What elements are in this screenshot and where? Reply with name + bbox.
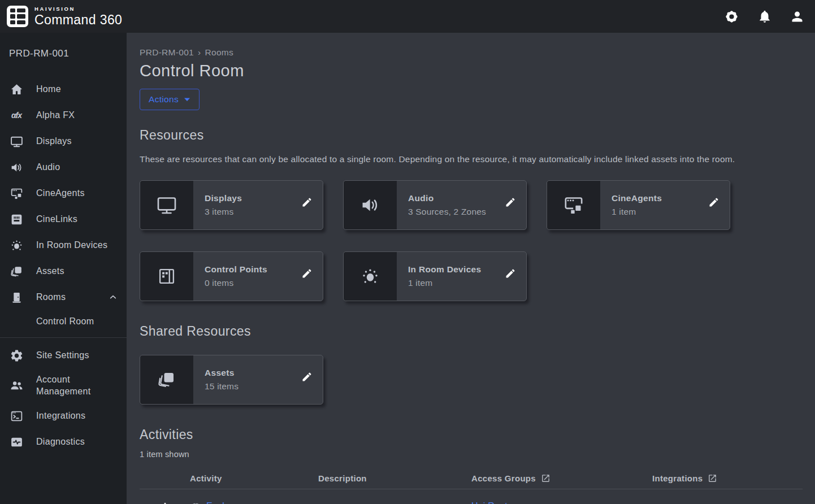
external-link-icon[interactable] [541,473,550,483]
resources-cards-grid: Displays 3 items Audio 3 Sources, 2 Zone… [140,180,803,301]
in-room-devices-icon [9,238,24,253]
sidebar-item-label: Site Settings [36,350,89,362]
sidebar-item-label: Audio [36,162,60,173]
card-subtitle: 1 item [408,278,501,288]
sidebar-item-assets[interactable]: Assets [0,258,127,284]
resource-card-displays[interactable]: Displays 3 items [140,180,323,230]
sidebar-item-label: Account Management [36,374,118,398]
sidebar-item-audio[interactable]: Audio [0,154,127,180]
sidebar-item-label: In Room Devices [36,240,107,251]
header-integrations: Integrations [652,473,803,483]
sidebar-item-displays[interactable]: Displays [0,128,127,154]
sidebar-item-in-room-devices[interactable]: In Room Devices [0,232,127,258]
gear-icon [9,349,24,363]
sidebar-item-control-room[interactable]: Control Room [0,310,127,333]
display-icon [9,134,24,149]
notifications-bell-icon[interactable] [757,9,772,24]
row-activity-cell: Explore [190,500,318,504]
sidebar-item-site-settings[interactable]: Site Settings [0,342,127,368]
caret-down-icon [184,97,190,102]
card-subtitle: 15 items [205,381,298,392]
pencil-icon [505,197,516,208]
page-title: Control Room [140,62,803,80]
sidebar-item-rooms[interactable]: Rooms [0,284,127,310]
sidebar-item-label: Alpha FX [36,110,75,121]
sidebar-item-cineagents[interactable]: CineAgents [0,180,127,206]
shared-card-assets[interactable]: Assets 15 items [140,355,323,405]
sidebar-site-name: PRD-RM-001 [0,33,127,68]
edit-displays-button[interactable] [299,194,315,210]
sidebar-item-label: CineAgents [36,188,85,199]
display-icon [140,181,193,229]
edit-cineagents-button[interactable] [706,194,722,210]
breadcrumb-current[interactable]: Rooms [205,47,233,58]
edit-assets-button[interactable] [299,369,315,385]
kebab-menu-icon[interactable] [158,498,172,504]
sidebar-item-label: Rooms [36,292,66,303]
main-content: PRD-RM-001 › Rooms Control Room Actions … [127,33,815,504]
header-access-groups: Access Groups [471,473,652,483]
sidebar-item-label: Diagnostics [36,436,85,448]
app-root: HAIVISION Command 360 PRD-RM-001 [0,0,815,504]
pencil-icon [708,197,719,208]
header-description: Description [318,473,471,483]
sidebar-item-home[interactable]: Home [0,76,127,102]
card-title: Assets [205,368,298,378]
audio-icon [9,160,24,175]
pencil-icon [301,197,313,208]
account-person-icon[interactable] [790,9,805,24]
sidebar-item-integrations[interactable]: Integrations [0,403,127,429]
brand-logo[interactable]: HAIVISION Command 360 [7,6,122,27]
external-link-icon[interactable] [708,473,717,483]
breadcrumb-parent[interactable]: PRD-RM-001 [140,47,194,58]
sidebar-item-cinelinks[interactable]: CineLinks [0,206,127,232]
pencil-icon [301,371,313,383]
card-subtitle: 3 Sources, 2 Zones [408,207,501,217]
sidebar-item-diagnostics[interactable]: Diagnostics [0,429,127,455]
chevron-up-icon [109,293,118,302]
access-group-link[interactable]: Hai Root [471,501,508,504]
activities-count: 1 item shown [140,450,803,459]
actions-button[interactable]: Actions [140,89,200,110]
sidebar-item-label: CineLinks [36,214,77,225]
people-icon [9,379,24,393]
card-title: Control Points [205,264,298,275]
sidebar-item-label: Displays [36,136,72,147]
audio-icon [344,181,397,229]
breadcrumb-separator: › [198,47,201,58]
resource-card-audio[interactable]: Audio 3 Sources, 2 Zones [343,180,527,230]
table-row: Explore - Hai Root - [140,489,803,504]
resource-card-control-points[interactable]: Control Points 0 items [140,251,323,301]
sidebar-nav-list: Home αfx Alpha FX Displays Audio [0,68,127,455]
sidebar: PRD-RM-001 Home αfx Alpha FX Displa [0,33,127,504]
sidebar-item-label: Home [36,84,61,95]
sidebar-divider [0,337,127,338]
edit-audio-button[interactable] [502,194,518,210]
pulse-icon [9,435,24,449]
card-title: Audio [408,193,501,203]
sidebar-item-alpha-fx[interactable]: αfx Alpha FX [0,102,127,128]
resource-card-cineagents[interactable]: CineAgents 1 item [547,180,730,230]
settings-gear-icon[interactable] [723,8,740,25]
topbar: HAIVISION Command 360 [0,0,815,33]
shared-resources-heading: Shared Resources [140,324,803,339]
activity-explore-link[interactable]: Explore [206,501,238,504]
sidebar-item-account-management[interactable]: Account Management [0,368,127,403]
sidebar-item-label: Integrations [36,410,85,422]
resource-card-in-room-devices[interactable]: In Room Devices 1 item [343,251,527,301]
card-title: CineAgents [612,193,705,203]
card-title: Displays [205,193,298,203]
row-integrations-cell: - [652,501,803,504]
app-shell: PRD-RM-001 Home αfx Alpha FX Displa [0,33,815,504]
card-subtitle: 0 items [205,278,298,288]
cineagents-icon [9,186,24,201]
card-subtitle: 1 item [612,207,705,217]
header-integrations-label: Integrations [652,473,703,483]
handshake-icon [190,500,202,504]
resources-heading: Resources [140,128,803,143]
edit-control-points-button[interactable] [299,266,315,281]
edit-in-room-devices-button[interactable] [502,266,518,281]
card-subtitle: 3 items [205,207,298,217]
terminal-window-icon [9,409,24,423]
command360-logo-icon [7,6,28,27]
